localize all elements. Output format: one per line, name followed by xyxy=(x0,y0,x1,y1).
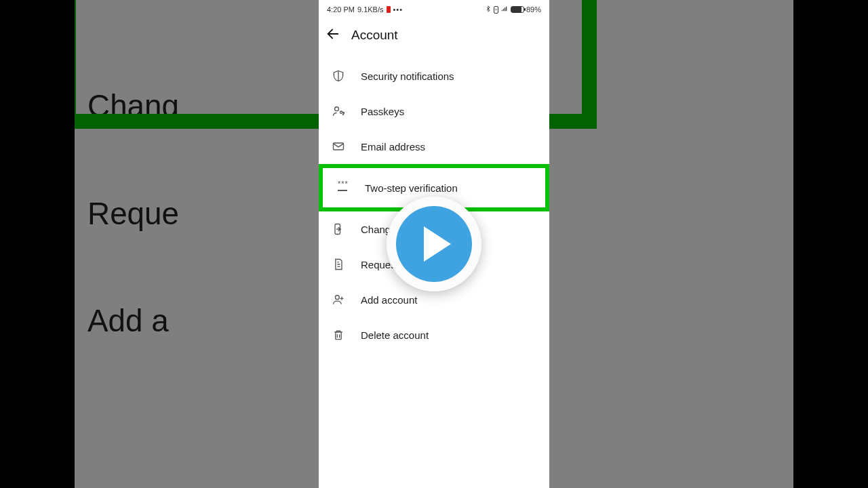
pillarbox-left xyxy=(0,0,75,488)
menu-label: Email address xyxy=(361,141,425,152)
svg-rect-7 xyxy=(336,332,341,340)
svg-rect-4 xyxy=(334,143,344,150)
menu-item-email[interactable]: Email address xyxy=(319,129,549,164)
status-bar: 4:20 PM 9.1KB/s ••• ▫ 89% xyxy=(319,0,549,19)
person-key-icon xyxy=(331,104,346,119)
pillarbox-right xyxy=(793,0,868,488)
menu-label: Two-step verification xyxy=(365,182,458,194)
signal-icon xyxy=(500,5,509,14)
sim-icon: ▫ xyxy=(494,6,498,14)
menu-label: Delete account xyxy=(361,329,429,341)
status-net-speed: 9.1KB/s xyxy=(357,5,384,14)
shield-icon xyxy=(331,68,346,83)
svg-point-6 xyxy=(335,296,339,300)
person-add-icon xyxy=(331,292,346,307)
recording-indicator-icon xyxy=(387,6,391,13)
menu-label: Add account xyxy=(361,294,417,306)
svg-point-2 xyxy=(335,107,339,111)
menu-label: Security notifications xyxy=(361,70,454,82)
device-move-icon xyxy=(331,222,346,237)
menu-label: Passkeys xyxy=(361,106,404,117)
file-icon xyxy=(331,257,346,272)
video-play-button[interactable] xyxy=(387,197,481,291)
more-status-icon: ••• xyxy=(393,5,403,14)
battery-percent: 89% xyxy=(526,5,541,14)
watermark-logo-icon: K xyxy=(508,24,536,52)
trash-icon xyxy=(331,327,346,342)
page-title: Account xyxy=(351,28,398,43)
back-button[interactable] xyxy=(326,26,340,44)
battery-icon xyxy=(511,6,524,13)
menu-item-security-notifications[interactable]: Security notifications xyxy=(319,58,549,94)
pin-icon xyxy=(335,180,350,195)
mail-icon xyxy=(331,139,346,154)
watermark-text: KINEMASTER xyxy=(503,53,541,58)
menu-item-delete-account[interactable]: Delete account xyxy=(319,317,549,352)
play-icon xyxy=(424,226,451,262)
bluetooth-icon xyxy=(485,5,492,14)
kinemaster-watermark: K KINEMASTER xyxy=(505,24,539,58)
menu-item-passkeys[interactable]: Passkeys xyxy=(319,94,549,129)
status-time: 4:20 PM xyxy=(327,5,355,14)
svg-point-3 xyxy=(340,111,342,113)
